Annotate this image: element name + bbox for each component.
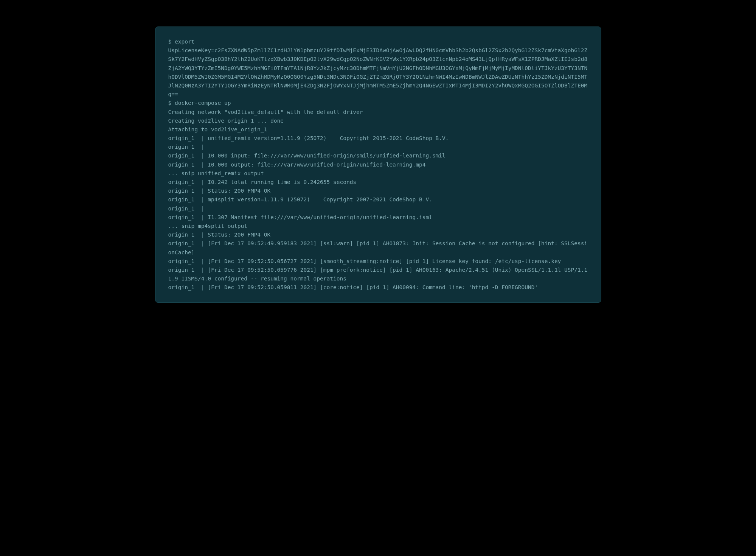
terminal-line: Attaching to vod2live_origin_1 (168, 125, 588, 134)
terminal-line: UspLicenseKey=c2FsZXNAdW5pZmllZC1zdHJlYW… (168, 46, 588, 99)
terminal-line: origin_1 | I0.000 output: file:///var/ww… (168, 160, 588, 169)
terminal-line: ... snip unified_remix output (168, 169, 588, 178)
terminal-line: $ docker-compose up (168, 99, 588, 107)
terminal-line: Creating vod2live_origin_1 ... done (168, 117, 588, 125)
terminal-line: origin_1 | [Fri Dec 17 09:52:50.059811 2… (168, 283, 588, 292)
terminal-line: origin_1 | mp4split version=1.11.9 (2507… (168, 195, 588, 204)
terminal-line: origin_1 | [Fri Dec 17 09:52:49.959183 2… (168, 239, 588, 257)
terminal-line: origin_1 | (168, 204, 588, 213)
terminal-line: origin_1 | [Fri Dec 17 09:52:50.059776 2… (168, 266, 588, 283)
terminal-line: Creating network "vod2live_default" with… (168, 108, 588, 117)
terminal-output: $ exportUspLicenseKey=c2FsZXNAdW5pZmllZC… (168, 37, 588, 292)
terminal-line: origin_1 | Status: 200 FMP4_OK (168, 230, 588, 239)
terminal-line: origin_1 | I0.242 total running time is … (168, 178, 588, 187)
terminal-line: origin_1 | I1.307 Manifest file:///var/w… (168, 213, 588, 222)
terminal-line: $ export (168, 37, 588, 46)
terminal-line: origin_1 | Status: 200 FMP4_OK (168, 187, 588, 195)
terminal-line: origin_1 | (168, 143, 588, 151)
terminal-line: origin_1 | I0.000 input: file:///var/www… (168, 151, 588, 160)
terminal-window[interactable]: $ exportUspLicenseKey=c2FsZXNAdW5pZmllZC… (155, 26, 601, 303)
terminal-line: origin_1 | unified_remix version=1.11.9 … (168, 134, 588, 143)
terminal-line: ... snip mp4split output (168, 222, 588, 230)
terminal-line: origin_1 | [Fri Dec 17 09:52:50.056727 2… (168, 257, 588, 266)
